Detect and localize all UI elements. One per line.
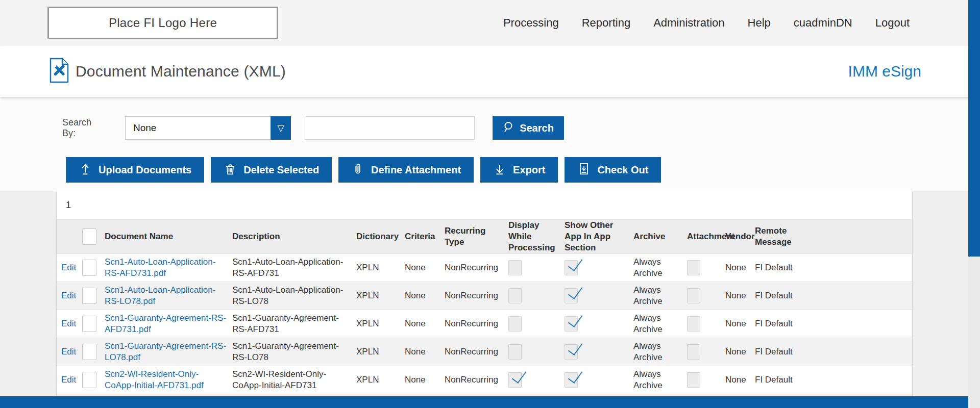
define-attachment-button[interactable]: Define Attachment — [338, 157, 474, 183]
upload-icon — [79, 162, 92, 178]
nav-help[interactable]: Help — [748, 16, 771, 30]
remote-message-cell: FI Default — [754, 366, 800, 394]
table-row: Edit Scn1-Guaranty-Agreement-RS-AFD731.p… — [57, 310, 912, 338]
vendor-cell: None — [724, 338, 754, 366]
search-by-dropdown-value: None — [126, 122, 271, 134]
description-cell: Scn2-WI-Resident-Only-CoApp-Initial-AFD7… — [231, 366, 355, 394]
select-all-checkbox[interactable] — [82, 228, 96, 245]
attachment-checkbox — [687, 372, 700, 388]
col-dictionary: Dictionary — [355, 220, 404, 254]
show-other-app-checkbox — [565, 316, 578, 332]
criteria-cell: None — [404, 338, 444, 366]
nav-logout[interactable]: Logout — [875, 16, 910, 30]
row-checkbox[interactable] — [82, 260, 96, 276]
vendor-cell: None — [724, 254, 754, 282]
search-input[interactable] — [305, 116, 475, 140]
scrollbar-track[interactable] — [968, 0, 980, 408]
footer-bar — [0, 396, 968, 408]
edit-link[interactable]: Edit — [61, 291, 76, 300]
remote-message-cell: FI Default — [754, 338, 800, 366]
documents-table: Document Name Description Dictionary Cri… — [57, 220, 912, 408]
edit-link[interactable]: Edit — [61, 263, 76, 272]
fi-logo-placeholder: Place FI Logo Here — [47, 7, 278, 39]
table-body: Edit Scn1-Auto-Loan-Application-RS-AFD73… — [57, 254, 912, 408]
col-recurring-type: Recurring Type — [444, 220, 507, 254]
spacer-cell — [800, 310, 912, 338]
remote-message-cell: FI Default — [754, 254, 800, 282]
delete-selected-button[interactable]: Delete Selected — [211, 157, 332, 183]
archive-cell: Always Archive — [632, 366, 686, 394]
criteria-cell: None — [404, 366, 444, 394]
document-name-link[interactable]: Scn1-Guaranty-Agreement-RS-LO78.pdf — [105, 341, 226, 362]
col-criteria: Criteria — [404, 220, 444, 254]
document-name-link[interactable]: Scn1-Guaranty-Agreement-RS-AFD731.pdf — [105, 313, 226, 334]
check-out-label: Check Out — [597, 164, 648, 176]
export-icon — [493, 162, 506, 178]
recurring-type-cell: NonRecurring — [444, 366, 507, 394]
row-checkbox[interactable] — [82, 372, 96, 388]
dictionary-cell: XPLN — [355, 338, 404, 366]
document-name-link[interactable]: Scn2-WI-Resident-Only-CoApp-Initial-AFD7… — [105, 369, 204, 390]
edit-link[interactable]: Edit — [61, 319, 76, 328]
col-show-other-app: Show Other App In App Section — [564, 220, 632, 254]
search-by-label: Search By: — [62, 117, 107, 139]
checkout-icon — [577, 162, 591, 178]
display-while-processing-checkbox — [508, 316, 522, 332]
upload-documents-label: Upload Documents — [99, 164, 191, 176]
top-bar: Place FI Logo Here Processing Reporting … — [0, 0, 980, 46]
nav-administration[interactable]: Administration — [653, 16, 724, 30]
documents-table-container: 1 Document Name Description Dic — [56, 191, 913, 408]
description-cell: Scn1-Guaranty-Agreement-RS-AFD731 — [231, 310, 355, 338]
recurring-type-cell: NonRecurring — [444, 282, 507, 310]
search-by-dropdown[interactable]: None ▽ — [125, 116, 291, 140]
page-header: Document Maintenance (XML) IMM eSign — [0, 46, 980, 97]
spacer-cell — [800, 254, 912, 282]
document-name-link[interactable]: Scn1-Auto-Loan-Application-RS-LO78.pdf — [105, 285, 215, 306]
export-button[interactable]: Export — [480, 157, 558, 183]
display-while-processing-checkbox — [508, 260, 522, 275]
table-section: 1 Document Name Description Dic — [0, 191, 980, 408]
archive-cell: Always Archive — [632, 310, 686, 338]
description-cell: Scn1-Auto-Loan-Application-RS-AFD731 — [231, 254, 355, 282]
col-remote-message: Remote Message — [754, 220, 800, 254]
attachment-checkbox — [687, 288, 700, 303]
edit-link[interactable]: Edit — [61, 375, 76, 385]
dictionary-cell: XPLN — [355, 254, 404, 282]
description-cell: Scn1-Auto-Loan-Application-RS-LO78 — [231, 282, 355, 310]
col-description: Description — [231, 220, 355, 254]
row-checkbox[interactable] — [82, 316, 96, 332]
table-row: Edit Scn1-Guaranty-Agreement-RS-LO78.pdf… — [57, 338, 912, 366]
document-tools-icon — [49, 58, 69, 85]
edit-column-header — [57, 220, 81, 254]
search-button-label: Search — [520, 122, 554, 134]
table-row: Edit Scn1-Auto-Loan-Application-RS-AFD73… — [57, 254, 912, 282]
row-checkbox[interactable] — [82, 288, 96, 304]
remote-message-cell: FI Default — [754, 310, 800, 338]
scrollbar-thumb[interactable] — [968, 0, 980, 257]
chevron-down-icon[interactable]: ▽ — [271, 116, 291, 140]
upload-documents-button[interactable]: Upload Documents — [66, 157, 204, 183]
dictionary-cell: XPLN — [355, 366, 404, 394]
brand-text: IMM eSign — [848, 63, 921, 80]
paperclip-icon — [351, 162, 364, 178]
display-while-processing-checkbox — [508, 372, 522, 388]
nav-reporting[interactable]: Reporting — [582, 16, 630, 30]
nav-username[interactable]: cuadminDN — [794, 16, 852, 30]
document-name-link[interactable]: Scn1-Auto-Loan-Application-RS-AFD731.pdf — [105, 257, 215, 278]
row-checkbox[interactable] — [82, 344, 96, 360]
vendor-cell: None — [724, 282, 754, 310]
edit-link[interactable]: Edit — [61, 347, 76, 356]
pagination: 1 — [57, 191, 912, 220]
col-attachment: Attachment — [686, 220, 724, 254]
search-button[interactable]: Search — [493, 116, 564, 140]
spacer-cell — [800, 338, 912, 366]
show-other-app-checkbox — [565, 372, 578, 388]
page-number[interactable]: 1 — [66, 200, 71, 211]
nav-processing[interactable]: Processing — [503, 16, 559, 30]
delete-selected-label: Delete Selected — [243, 164, 319, 176]
check-out-button[interactable]: Check Out — [565, 157, 661, 183]
criteria-cell: None — [404, 282, 444, 310]
main-nav: Processing Reporting Administration Help… — [503, 16, 910, 30]
show-other-app-checkbox — [565, 288, 578, 303]
archive-cell: Always Archive — [632, 282, 686, 310]
